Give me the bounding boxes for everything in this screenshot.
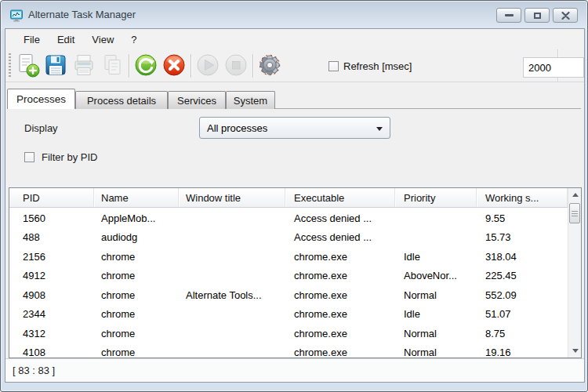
copy-button[interactable] [98, 52, 126, 80]
arrow-down-icon [572, 349, 579, 353]
kill-process-button[interactable] [160, 52, 188, 80]
tab-process-details[interactable]: Process details [75, 91, 168, 109]
table-row[interactable]: 4312chromechrome.exeNormal8.75 [9, 324, 568, 343]
table-cell [395, 228, 477, 248]
close-button[interactable] [553, 8, 578, 23]
table-cell: Normal [395, 343, 477, 359]
table-cell: chrome.exe [285, 247, 395, 267]
table-cell: 51.07 [477, 305, 568, 325]
start-button[interactable] [194, 52, 222, 80]
maximize-button[interactable] [524, 8, 550, 23]
table-cell: 2344 [9, 305, 94, 325]
refresh-checkbox-label: Refresh [msec] [343, 60, 412, 72]
column-header-pid[interactable]: PID [9, 188, 94, 207]
table-row[interactable]: 4908chromeAlternate Tools...chrome.exeNo… [9, 285, 568, 305]
table-body: 1560AppleMob...Access denied ...9.55488a… [9, 209, 568, 358]
table-cell: 15.73 [477, 228, 568, 248]
kill-icon [161, 52, 187, 81]
save-button[interactable] [42, 52, 70, 80]
tab-processes[interactable]: Processes [7, 89, 75, 109]
scroll-down-button[interactable] [568, 344, 582, 358]
table-cell: chrome [94, 324, 179, 343]
table-cell: 8.75 [477, 324, 568, 343]
filter-by-pid-label: Filter by PID [42, 151, 98, 163]
table-row[interactable]: 1560AppleMob...Access denied ...9.55 [9, 209, 568, 228]
table-cell: AppleMob... [94, 209, 179, 228]
display-label: Display [24, 122, 58, 134]
table-cell: Access denied ... [285, 228, 395, 248]
scroll-up-button[interactable] [568, 188, 582, 201]
table-cell: chrome [94, 343, 179, 359]
stop-button[interactable] [222, 52, 250, 80]
menu-item-edit[interactable]: Edit [49, 31, 83, 48]
table-cell: Normal [395, 324, 477, 343]
table-cell: 2156 [9, 247, 94, 267]
table-cell: chrome [94, 267, 179, 286]
client-area: FileEditView? [5, 29, 584, 382]
table-cell: chrome.exe [285, 285, 395, 305]
table-cell [395, 209, 477, 228]
menu-item-view[interactable]: View [83, 31, 122, 48]
table-cell: chrome.exe [285, 324, 395, 343]
scrollbar-thumb[interactable] [569, 203, 580, 223]
title-bar[interactable]: Alternate Task Manager [2, 2, 586, 29]
table-cell: chrome [94, 305, 179, 325]
table-cell: 4108 [9, 343, 94, 359]
table-cell: 225.45 [477, 267, 568, 286]
table-cell: chrome.exe [285, 305, 395, 325]
tab-system[interactable]: System [226, 91, 275, 109]
print-button[interactable] [70, 52, 98, 80]
new-report-button[interactable] [13, 52, 42, 80]
table-cell [179, 343, 285, 359]
table-row[interactable]: 4108chromechrome.exeNormal19.16 [9, 343, 568, 359]
table-cell: chrome.exe [285, 267, 395, 286]
table-cell [179, 305, 285, 325]
tab-strip: ProcessesProcess detailsServicesSystem [5, 89, 584, 109]
menu-item-help[interactable]: ? [122, 31, 145, 48]
table-cell: 4312 [9, 324, 94, 343]
vertical-scrollbar[interactable] [568, 188, 581, 358]
table-cell: Idle [395, 247, 477, 267]
column-header-executable[interactable]: Executable [285, 188, 395, 207]
filter-by-pid-checkbox[interactable] [24, 152, 34, 162]
arrow-up-icon [572, 193, 579, 197]
refresh-interval-input[interactable] [523, 57, 584, 78]
refresh-button[interactable] [132, 52, 160, 80]
tab-services[interactable]: Services [168, 91, 226, 109]
table-cell [179, 267, 285, 286]
table-cell: chrome.exe [285, 343, 395, 359]
table-row[interactable]: 2156chromechrome.exeIdle318.04 [9, 247, 568, 267]
menu-item-file[interactable]: File [15, 31, 49, 48]
display-dropdown[interactable]: All processes [199, 117, 390, 139]
table-cell [179, 209, 285, 228]
toolbar-separator [191, 54, 191, 78]
toolbar-separator [252, 54, 253, 78]
app-icon [9, 9, 24, 23]
close-icon [561, 12, 570, 20]
table-cell: AboveNor... [395, 267, 477, 286]
table-cell: Normal [395, 285, 477, 305]
status-text: [ 83 : 83 ] [13, 365, 55, 376]
toolbar-grip[interactable] [9, 53, 11, 78]
chevron-down-icon [376, 127, 383, 131]
table-cell: chrome [94, 285, 179, 305]
column-header-working-s[interactable]: Working s... [477, 188, 568, 207]
table-row[interactable]: 488audiodgAccess denied ...15.73 [9, 228, 568, 248]
table-row[interactable]: 2344chromechrome.exeIdle51.07 [9, 305, 568, 325]
table-cell: audiodg [94, 228, 179, 248]
refresh-icon [132, 52, 159, 81]
refresh-checkbox[interactable] [328, 61, 339, 71]
settings-button[interactable] [256, 52, 284, 80]
column-header-name[interactable]: Name [94, 188, 179, 207]
table-cell: 1560 [9, 209, 94, 228]
printer-icon [71, 52, 97, 81]
column-header-priority[interactable]: Priority [395, 188, 477, 207]
document-add-icon [14, 52, 41, 81]
minimize-icon [505, 14, 514, 16]
table-cell: 318.04 [477, 247, 568, 267]
minimize-button[interactable] [496, 8, 521, 23]
table-row[interactable]: 4912chromechrome.exeAboveNor...225.45 [9, 267, 568, 286]
column-header-window-title[interactable]: Window title [179, 188, 285, 207]
table-cell: 4908 [9, 285, 94, 305]
table-cell: 19.16 [477, 343, 568, 359]
